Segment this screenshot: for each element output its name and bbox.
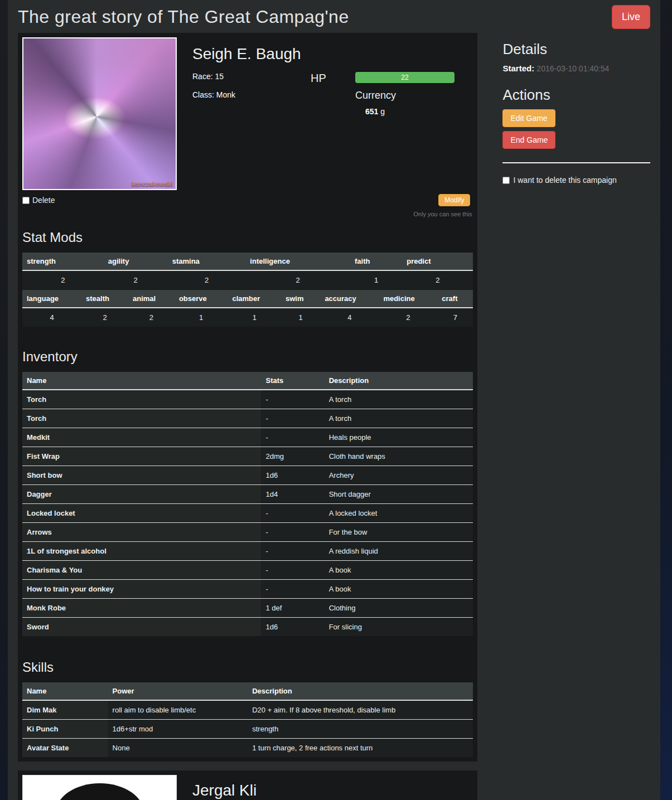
item-stats: 1 def xyxy=(261,599,324,618)
stat-value-cell: 1 xyxy=(228,308,281,327)
skill-power: roll aim to disable limb/etc xyxy=(108,700,248,720)
delete-campaign-row: I want to delete this campaign xyxy=(502,176,650,185)
stat-header-cell: craft xyxy=(437,290,473,308)
skill-row: Dim Mak roll aim to disable limb/etc D20… xyxy=(22,700,473,720)
item-description: A book xyxy=(325,580,473,599)
item-name: Short bow xyxy=(22,466,261,485)
skills-col-description: Description xyxy=(248,682,473,700)
item-description: A reddish liquid xyxy=(325,542,473,561)
inventory-row: Torch - A torch xyxy=(22,409,473,428)
second-character-portrait-image xyxy=(22,775,177,800)
item-stats: - xyxy=(261,428,324,447)
inventory-col-description: Description xyxy=(325,372,473,390)
inventory-row: Sword 1d6 For slicing xyxy=(22,618,473,637)
stat-value-cell: 2 xyxy=(22,270,104,289)
inventory-table: Name Stats Description Torch - A torch xyxy=(22,372,473,636)
inventory-row: Torch - A torch xyxy=(22,390,473,409)
inventory-row: Fist Wrap 2dmg Cloth hand wraps xyxy=(22,447,473,466)
skill-description: 1 turn charge, 2 free actions next turn xyxy=(248,739,473,758)
item-name: Fist Wrap xyxy=(22,447,261,466)
stat-header-cell: clamber xyxy=(228,290,281,308)
delete-campaign-label: I want to delete this campaign xyxy=(513,176,616,185)
stat-header-cell: stealth xyxy=(81,290,128,308)
stat-header-row: languagestealthanimalobserveclamberswima… xyxy=(22,290,473,308)
skills-header-row: Name Power Description xyxy=(22,682,473,700)
stat-header-cell: animal xyxy=(128,290,175,308)
started-timestamp: 2016-03-10 01:40:54 xyxy=(536,64,609,73)
character-name: Seigh E. Baugh xyxy=(192,45,473,63)
skill-row: Avatar State None 1 turn charge, 2 free … xyxy=(22,739,473,758)
details-sidebar: Details Started: 2016-03-10 01:40:54 Act… xyxy=(502,33,650,800)
item-name: Monk Robe xyxy=(22,599,261,618)
item-description: Heals people xyxy=(325,428,473,447)
stat-value-cell: 7 xyxy=(437,308,473,327)
item-description: A torch xyxy=(325,409,473,428)
page-header: The great story of The Great Campag'ne L… xyxy=(18,0,650,33)
inventory-row: Charisma & You - A book xyxy=(22,561,473,580)
item-description: Cloth hand wraps xyxy=(325,447,473,466)
character-class: Class: Monk xyxy=(192,90,311,99)
item-description: For the bow xyxy=(325,523,473,542)
delete-character-checkbox[interactable] xyxy=(22,197,30,204)
currency-unit: g xyxy=(380,107,385,116)
item-name: Sword xyxy=(22,618,261,637)
hp-label: HP xyxy=(311,72,355,85)
started-line: Started: 2016-03-10 01:40:54 xyxy=(502,64,650,73)
item-description: Clothing xyxy=(325,599,473,618)
stat-value-cell: 2 xyxy=(168,270,246,289)
stat-header-row: strengthagilitystaminaintelligencefaithp… xyxy=(22,253,473,270)
end-game-button[interactable]: End Game xyxy=(502,131,555,149)
stat-value-cell: 2 xyxy=(104,270,168,289)
skill-description: D20 + aim. If 8 above threshold, disable… xyxy=(248,700,473,720)
stat-header-cell: medicine xyxy=(379,290,437,308)
item-name: Locked locket xyxy=(22,504,261,523)
item-description: Short dagger xyxy=(325,485,473,504)
item-stats: - xyxy=(261,561,324,580)
skill-name: Ki Punch xyxy=(22,720,108,739)
skill-description: strength xyxy=(248,720,473,739)
stat-header-cell: observe xyxy=(175,290,228,308)
hp-progress-bar: 22 xyxy=(355,72,455,83)
item-name: Arrows xyxy=(22,523,261,542)
stat-header-cell: faith xyxy=(350,253,402,270)
item-description: A book xyxy=(325,561,473,580)
inventory-row: Dagger 1d4 Short dagger xyxy=(22,485,473,504)
live-button[interactable]: Live xyxy=(612,5,650,29)
inventory-row: How to train your donkey - A book xyxy=(22,580,473,599)
stat-header-cell: language xyxy=(22,290,81,308)
item-name: Dagger xyxy=(22,485,261,504)
item-stats: - xyxy=(261,580,324,599)
stat-mods-table-secondary: languagestealthanimalobserveclamberswima… xyxy=(22,290,473,327)
item-stats: 1d6 xyxy=(261,618,324,637)
delete-campaign-checkbox[interactable] xyxy=(502,177,510,184)
item-stats: - xyxy=(261,409,324,428)
currency-value: 651 g xyxy=(355,107,473,116)
stat-value-cell: 2 xyxy=(128,308,175,327)
inventory-heading: Inventory xyxy=(22,349,473,365)
stat-value-cell: 2 xyxy=(245,270,350,289)
item-name: Medkit xyxy=(22,428,261,447)
skills-col-name: Name xyxy=(22,682,108,700)
item-description: A locked locket xyxy=(325,504,473,523)
item-name: How to train your donkey xyxy=(22,580,261,599)
second-character-card: Jergal Kli xyxy=(18,770,477,800)
stat-value-cell: 4 xyxy=(22,308,81,327)
skill-name: Avatar State xyxy=(22,739,108,758)
character-race: Race: 15 xyxy=(192,72,311,81)
skill-power: None xyxy=(108,739,248,758)
inventory-header-row: Name Stats Description xyxy=(22,372,473,390)
delete-character-label: Delete xyxy=(32,196,55,205)
portrait-watermark: konczakowski xyxy=(132,181,173,187)
skill-row: Ki Punch 1d6+str mod strength xyxy=(22,720,473,739)
item-stats: - xyxy=(261,542,324,561)
skills-heading: Skills xyxy=(22,660,473,675)
stat-value-cell: 4 xyxy=(320,308,379,327)
edit-game-button[interactable]: Edit Game xyxy=(502,109,555,127)
item-name: Torch xyxy=(22,390,261,409)
modify-button[interactable]: Modify xyxy=(438,194,470,206)
inventory-row: 1L of strongest alcohol - A reddish liqu… xyxy=(22,542,473,561)
stat-value-cell: 1 xyxy=(350,270,402,289)
page-container: The great story of The Great Campag'ne L… xyxy=(8,0,660,800)
inventory-row: Locked locket - A locked locket xyxy=(22,504,473,523)
item-name: Torch xyxy=(22,409,261,428)
